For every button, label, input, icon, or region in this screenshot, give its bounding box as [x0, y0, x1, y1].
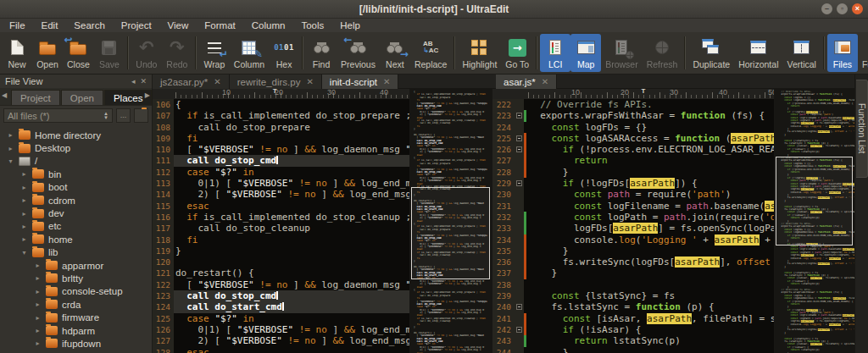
horizontal-button[interactable]: Horizontal: [734, 34, 782, 72]
chevron-right-icon[interactable]: ▸: [34, 262, 42, 269]
menu-search[interactable]: Search: [74, 20, 104, 30]
editor-tab-asar-js-[interactable]: asar.js*✕: [496, 74, 557, 89]
tree-item-firmware[interactable]: ▸firmware: [0, 311, 152, 323]
spinner-arrows-icon[interactable]: ▲▼: [103, 112, 108, 120]
tree-item-bin[interactable]: ▸bin: [0, 168, 152, 180]
editor-tab-init-d-script[interactable]: init-d-script✕: [322, 74, 399, 89]
code-line-239[interactable]: 239 const {lstatSync} = fs: [492, 290, 774, 301]
open-button[interactable]: Open: [32, 34, 63, 72]
fold-marker-icon[interactable]: [516, 327, 522, 333]
open-folder-button[interactable]: [134, 108, 148, 123]
code-line-225[interactable]: 225 const logASARAccess = function (asar…: [492, 133, 774, 144]
code-line-121[interactable]: 121do_restart() {: [153, 268, 409, 279]
tab-scroll-left-icon[interactable]: ◀: [2, 91, 7, 99]
wrap-button[interactable]: ↵Wrap: [199, 34, 230, 72]
code-line-224[interactable]: 224 const logFDs = {}: [492, 122, 774, 133]
code-line-233[interactable]: 233 logFDs[asarPath] = fs.openSync(logPa…: [492, 223, 774, 234]
fold-marker-icon[interactable]: [516, 180, 522, 186]
right-code-editor[interactable]: 222 // Override fs APIs.223 exports.wrap…: [492, 99, 774, 353]
code-line-230[interactable]: 230 const path = require('path'): [492, 189, 774, 200]
code-line-124[interactable]: 124 call do_start_cmd: [153, 301, 409, 312]
fold-marker-icon[interactable]: [516, 146, 522, 152]
code-line-241[interactable]: 241 const [isAsar, asarPath, filePath] =…: [492, 313, 774, 324]
menu-format[interactable]: Format: [204, 20, 235, 30]
tree-item-desktop[interactable]: ▸Desktop: [0, 141, 152, 154]
code-line-116[interactable]: 116 if is_call_implemented do_stop_clean…: [153, 212, 409, 223]
code-line-236[interactable]: 236 fs.writeSync(logFDs[asarPath], offse…: [492, 256, 774, 268]
close-tab-icon[interactable]: ✕: [542, 77, 548, 86]
tree-item-home-directory[interactable]: ▸Home directory: [0, 129, 152, 141]
code-line-222[interactable]: 222 // Override fs APIs.: [492, 99, 774, 110]
tree-item-dev[interactable]: ▸dev: [0, 207, 152, 219]
browse-more-button[interactable]: ...: [116, 108, 131, 123]
left-minimap-viewport[interactable]: [411, 187, 490, 279]
fold-marker-icon[interactable]: [516, 113, 522, 119]
chevron-right-icon[interactable]: ▸: [20, 235, 28, 243]
code-line-112[interactable]: 112 case "$?" in: [153, 167, 409, 178]
tree-item-ifupdown[interactable]: ▸ifupdown: [0, 337, 152, 350]
previous-button[interactable]: ←Previous: [337, 34, 380, 72]
close-tab-icon[interactable]: ✕: [383, 77, 390, 86]
tree-item-hdparm[interactable]: ▸hdparm: [0, 324, 152, 337]
chevron-right-icon[interactable]: ▸: [20, 184, 28, 191]
functions-button[interactable]: fxFunctions: [858, 34, 868, 72]
chevron-right-icon[interactable]: ▸: [20, 196, 28, 204]
tab-scroll-right-icon[interactable]: ▶: [145, 91, 150, 99]
menu-file[interactable]: File: [9, 20, 25, 30]
chevron-right-icon[interactable]: ▸: [7, 145, 14, 152]
chevron-down-icon[interactable]: ▾: [20, 249, 28, 256]
left-code-editor[interactable]: 106{107 if is_call_implemented do_stop_p…: [153, 99, 409, 353]
fileview-tab-project[interactable]: Project: [11, 90, 60, 105]
function-list-tab[interactable]: Function List: [856, 80, 868, 178]
code-line-226[interactable]: 226 if (!process.env.ELECTRON_LOG_ASAR_R…: [492, 144, 774, 155]
close-button[interactable]: ↩Close: [63, 34, 94, 72]
editor-tab-js2asar-py-[interactable]: js2asar.py*✕: [153, 74, 230, 89]
chevron-right-icon[interactable]: ▸: [20, 223, 28, 230]
code-line-242[interactable]: 242 if (!isAsar) {: [492, 324, 774, 335]
menu-view[interactable]: View: [168, 20, 189, 30]
code-line-228[interactable]: 228 }: [492, 167, 774, 178]
dock-arrow-icon[interactable]: ◂: [131, 77, 136, 85]
code-line-109[interactable]: 109 fi: [153, 133, 409, 144]
tree-item-brltty[interactable]: ▸brltty: [0, 272, 152, 284]
chevron-right-icon[interactable]: ▸: [7, 131, 14, 139]
code-line-234[interactable]: 234 console.log('Logging ' + asarPath + …: [492, 234, 774, 245]
code-line-120[interactable]: 120: [153, 256, 409, 268]
chevron-right-icon[interactable]: ▸: [20, 170, 28, 178]
code-line-237[interactable]: 237 }: [492, 268, 774, 279]
code-line-240[interactable]: 240 fs.lstatSync = function (p) {: [492, 301, 774, 312]
menu-project[interactable]: Project: [121, 20, 152, 30]
code-line-113[interactable]: 113 0|1) [ "$VERBOSE" != no ] && log_end…: [153, 178, 409, 189]
go-to-button[interactable]: →Go To: [501, 34, 533, 72]
file-filter-dropdown[interactable]: All files (*) ▲▼: [3, 108, 113, 123]
new-button[interactable]: New: [2, 34, 32, 72]
lci-button[interactable]: LCI: [540, 34, 570, 72]
chevron-right-icon[interactable]: ▸: [20, 210, 28, 218]
close-button[interactable]: ×: [852, 3, 863, 14]
tree-item-apparmor[interactable]: ▸apparmor: [0, 259, 152, 272]
fold-marker-icon[interactable]: [516, 304, 522, 310]
code-line-118[interactable]: 118 fi: [153, 234, 409, 245]
code-line-232[interactable]: 232 const logPath = path.join(require('o…: [492, 212, 774, 223]
tree-item-etc[interactable]: ▸etc: [0, 220, 152, 233]
tree-item-crda[interactable]: ▸crda: [0, 298, 152, 311]
tree-item-console-setup[interactable]: ▸console-setup: [0, 285, 152, 298]
find-button[interactable]: Find: [306, 34, 337, 72]
chevron-right-icon[interactable]: ▸: [34, 301, 42, 308]
next-button[interactable]: →Next: [380, 34, 410, 72]
column-button[interactable]: ✎Column: [230, 34, 269, 72]
maximize-button[interactable]: ▫: [837, 3, 848, 14]
close-panel-icon[interactable]: ✕: [140, 77, 147, 85]
code-line-123[interactable]: 123 call do_stop_cmd: [153, 290, 409, 301]
duplicate-button[interactable]: Duplicate: [688, 34, 734, 72]
code-line-108[interactable]: 108 call do_stop_prepare: [153, 122, 409, 133]
fold-marker-icon[interactable]: [516, 135, 522, 141]
tree-item-cdrom[interactable]: ▸cdrom: [0, 194, 152, 207]
code-line-227[interactable]: 227 return: [492, 155, 774, 166]
code-line-127[interactable]: 127 2) [ "$VERBOSE" != no ] && log_end_m…: [153, 335, 409, 346]
files-button[interactable]: Files: [827, 34, 858, 72]
code-line-111[interactable]: 111 call do_stop_cmd: [153, 155, 409, 166]
right-minimap-viewport[interactable]: [776, 157, 853, 245]
code-line-223[interactable]: 223 exports.wrapFsWithAsar = function (f…: [492, 110, 774, 121]
chevron-down-icon[interactable]: ▾: [7, 157, 14, 165]
